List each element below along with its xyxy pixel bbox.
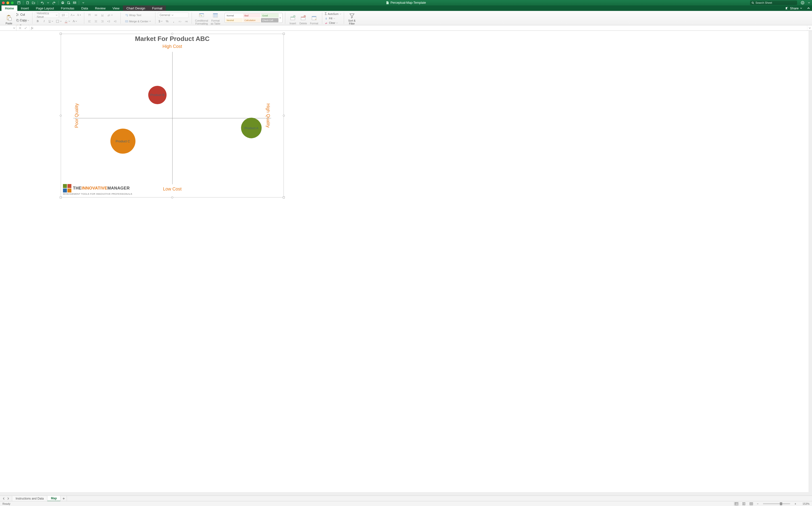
format-as-table-button[interactable]: Format as Table	[209, 12, 222, 25]
resize-handle[interactable]	[283, 196, 285, 198]
font-name-select[interactable]: Helvetica Neue	[35, 12, 59, 18]
style-bad[interactable]: Bad	[243, 13, 261, 18]
chart-bubble[interactable]: Product B	[148, 86, 167, 104]
insert-cells-button[interactable]: Insert	[288, 12, 298, 25]
formula-input[interactable]	[35, 25, 807, 30]
chart-object[interactable]: Market For Product ABC High Cost Low Cos…	[61, 34, 284, 197]
align-top-button[interactable]	[87, 12, 92, 18]
worksheet-canvas[interactable]: Market For Product ABC High Cost Low Cos…	[0, 31, 812, 496]
style-neutral[interactable]: Neutral	[225, 18, 243, 22]
new-file-icon[interactable]	[25, 0, 30, 5]
align-middle-button[interactable]	[93, 12, 99, 18]
orientation-button[interactable]: ab	[106, 12, 113, 18]
undo-icon[interactable]	[39, 0, 45, 5]
print-icon[interactable]	[60, 0, 66, 5]
italic-button[interactable]: I	[41, 19, 47, 24]
sheet-nav-next-icon[interactable]	[6, 496, 10, 501]
currency-button[interactable]: $	[158, 19, 164, 24]
style-good[interactable]: Good	[261, 13, 278, 18]
view-page-layout-icon[interactable]	[741, 502, 746, 506]
merge-center-button[interactable]: Merge & Center	[123, 19, 153, 24]
view-normal-icon[interactable]	[734, 502, 739, 506]
shrink-font-button[interactable]: A▾	[76, 12, 82, 18]
font-color-button[interactable]: A	[72, 19, 78, 24]
axis-label-top[interactable]: High Cost	[61, 44, 284, 49]
sheet-nav-prev-icon[interactable]	[1, 496, 6, 501]
resize-handle[interactable]	[60, 33, 62, 35]
resize-handle[interactable]	[283, 33, 285, 35]
name-box[interactable]	[0, 25, 16, 30]
customize-qat-icon[interactable]	[81, 0, 86, 5]
close-window-button[interactable]	[2, 1, 5, 4]
feedback-icon[interactable]	[800, 0, 806, 5]
fill-button[interactable]: Fill	[325, 16, 341, 20]
style-normal[interactable]: Normal	[225, 13, 243, 18]
grow-font-button[interactable]: A▴	[70, 12, 75, 18]
style-calculation[interactable]: Calculation	[243, 18, 261, 22]
add-sheet-button[interactable]	[61, 496, 67, 501]
zoom-slider-thumb[interactable]	[780, 502, 782, 505]
zoom-slider[interactable]	[763, 503, 790, 504]
tab-formulas[interactable]: Formulas	[58, 5, 78, 11]
font-size-select[interactable]: 10	[60, 12, 69, 18]
comma-button[interactable]: ,	[171, 19, 176, 24]
accept-formula-icon[interactable]	[23, 25, 28, 31]
format-cells-button[interactable]: Format	[309, 12, 319, 25]
align-right-button[interactable]	[100, 19, 105, 24]
fill-color-button[interactable]	[64, 19, 71, 24]
cell-styles-gallery[interactable]: Normal Bad Good Neutral Calculation Chec…	[224, 13, 283, 23]
tab-review[interactable]: Review	[91, 5, 109, 11]
align-bottom-button[interactable]	[100, 12, 105, 18]
zoom-level[interactable]: 153%	[799, 502, 810, 505]
zoom-window-button[interactable]	[11, 1, 14, 4]
email-icon[interactable]	[72, 0, 77, 5]
sheet-tab-instructions[interactable]: Instructions and Data	[12, 496, 47, 501]
plot-area[interactable]: Product AProduct BProduct C	[73, 52, 271, 184]
conditional-formatting-button[interactable]: Conditional Formatting	[194, 12, 209, 25]
undo-dropdown-icon[interactable]	[45, 0, 51, 5]
chart-title[interactable]: Market For Product ABC	[61, 35, 284, 43]
resize-handle[interactable]	[60, 114, 62, 116]
fx-label[interactable]: fx	[29, 25, 35, 30]
underline-button[interactable]: U	[48, 19, 54, 24]
decrease-decimal-button[interactable]: .00	[184, 19, 189, 24]
decrease-indent-button[interactable]	[106, 19, 112, 24]
tab-format[interactable]: Format	[149, 5, 166, 11]
sort-filter-button[interactable]: Sort & Filter	[346, 12, 358, 25]
paste-button[interactable]: Paste	[3, 12, 14, 25]
view-page-break-icon[interactable]	[748, 502, 754, 506]
number-format-select[interactable]: General	[158, 12, 189, 18]
clear-button[interactable]: Clear	[325, 21, 341, 25]
zoom-out-button[interactable]: −	[756, 502, 759, 506]
borders-button[interactable]	[55, 19, 63, 24]
cancel-formula-icon[interactable]	[17, 25, 23, 31]
save-icon[interactable]	[16, 0, 21, 5]
align-left-button[interactable]	[87, 19, 92, 24]
percent-button[interactable]: %	[164, 19, 170, 24]
search-box[interactable]	[750, 0, 797, 5]
share-button[interactable]: Share	[782, 5, 805, 11]
resize-handle[interactable]	[171, 196, 173, 198]
styles-more-icon[interactable]	[278, 14, 282, 22]
redo-icon[interactable]	[51, 0, 57, 5]
tab-view[interactable]: View	[109, 5, 123, 11]
chart-bubble[interactable]: Product A	[241, 118, 262, 139]
minimize-window-button[interactable]	[6, 1, 9, 4]
resize-handle[interactable]	[283, 114, 285, 116]
collapse-ribbon-icon[interactable]	[805, 5, 812, 11]
style-check-cell[interactable]: Check Cell	[261, 18, 278, 22]
open-file-icon[interactable]	[31, 0, 36, 5]
tab-page-layout[interactable]: Page Layout	[32, 5, 58, 11]
resize-handle[interactable]	[171, 33, 173, 35]
tab-chart-design[interactable]: Chart Design	[123, 5, 149, 11]
expand-formula-bar-icon[interactable]	[807, 25, 812, 30]
cut-button[interactable]: Cut	[15, 12, 30, 17]
print-preview-icon[interactable]	[66, 0, 71, 5]
autosum-button[interactable]: ΣAutoSum	[325, 12, 341, 16]
search-input[interactable]	[755, 1, 796, 4]
chart-bubble[interactable]: Product C	[110, 129, 135, 154]
tab-data[interactable]: Data	[78, 5, 91, 11]
resize-handle[interactable]	[60, 196, 62, 198]
delete-cells-button[interactable]: Delete	[298, 12, 308, 25]
zoom-in-button[interactable]: +	[794, 502, 797, 506]
